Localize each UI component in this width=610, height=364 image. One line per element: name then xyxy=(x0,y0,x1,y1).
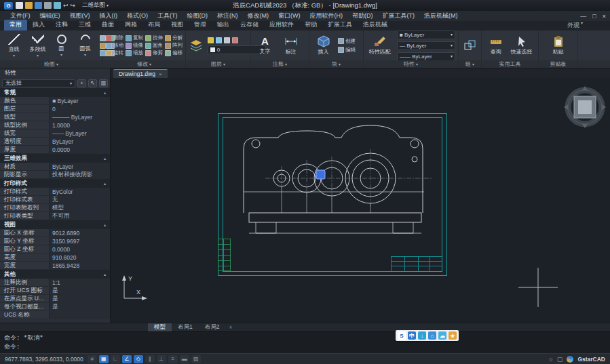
property-value[interactable]: 1.0000 xyxy=(49,121,110,129)
transparency-toggle[interactable]: ▨ xyxy=(191,355,201,363)
property-value[interactable]: 0 xyxy=(49,105,110,113)
palette-caption[interactable]: 特性 xyxy=(0,68,111,78)
document-tab[interactable]: Drawing1.dwg × xyxy=(113,69,168,78)
command-line[interactable]: 命令: *取消*命令: xyxy=(0,331,610,353)
collapse-icon[interactable]: ▴ xyxy=(104,156,106,161)
collapse-icon[interactable]: ▴ xyxy=(104,181,106,186)
panel-label-clipboard[interactable]: 剪贴板 xyxy=(539,60,577,68)
property-value[interactable]: 是 xyxy=(49,287,110,294)
layer-lock-icon[interactable] xyxy=(224,37,230,43)
ribbon-tab[interactable]: 扩展工具 xyxy=(322,20,358,31)
panel-label-modify[interactable]: 修改▾ xyxy=(103,60,185,68)
panel-label-group[interactable]: 组▾ xyxy=(459,60,481,68)
property-row[interactable]: 打印样式表 无 xyxy=(0,196,110,204)
property-row[interactable]: 线宽 —— ByLayer xyxy=(0,129,110,138)
modify-tool[interactable]: 旋转 xyxy=(106,49,123,56)
panel-label-annotate[interactable]: 注释▾ xyxy=(251,60,309,68)
text-tool-button[interactable]: A 文字 xyxy=(254,36,276,55)
property-row[interactable]: UCS 名称 xyxy=(0,311,110,319)
panel-label-layers[interactable]: 图层▾ xyxy=(186,60,250,68)
property-row[interactable]: 厚度 0.0000 xyxy=(0,146,110,154)
ribbon-tab[interactable]: 曲面 xyxy=(96,20,119,31)
collapse-icon[interactable]: ▴ xyxy=(104,272,106,277)
ribbon-tab[interactable]: 管理 xyxy=(189,20,212,31)
property-row[interactable]: 高度 910.6020 xyxy=(0,254,110,262)
modify-tool[interactable]: 圆角 xyxy=(145,42,163,49)
layer-color-icon[interactable] xyxy=(232,37,238,43)
property-row[interactable]: 线型 ——— ByLayer xyxy=(0,113,110,121)
property-value[interactable]: 3150.9697 xyxy=(49,237,110,245)
property-row[interactable]: 打开 UCS 图标 是 xyxy=(0,287,110,295)
coordinates-readout[interactable]: 9677.7893, 3295.6033, 0.0000 xyxy=(5,356,83,363)
section-header-misc[interactable]: 其他 ▴ xyxy=(0,270,110,279)
ribbon-tab[interactable]: 应用软件 xyxy=(264,20,299,31)
property-row[interactable]: 圆心 Z 坐标 0.0000 xyxy=(0,245,110,254)
ducs-toggle[interactable]: ⊥ xyxy=(157,355,166,363)
property-value[interactable] xyxy=(49,311,110,319)
plot-preview-icon[interactable] xyxy=(54,2,61,9)
property-value[interactable]: 模型 xyxy=(49,204,110,211)
modify-tool[interactable]: 阵列 xyxy=(165,42,183,49)
ribbon-tab[interactable]: 插入 xyxy=(27,20,50,31)
property-value[interactable]: 无 xyxy=(49,196,110,203)
property-row[interactable]: 宽度 1865.9428 xyxy=(0,262,110,270)
modify-tool[interactable]: 镜像 xyxy=(126,42,143,49)
modify-tool[interactable]: 复制 xyxy=(126,35,143,41)
property-value[interactable]: 1:1 xyxy=(49,279,110,286)
settings-icon[interactable]: ☼ xyxy=(548,356,554,363)
layout-tab[interactable]: 布局2 xyxy=(199,323,226,331)
collapse-icon[interactable]: ▴ xyxy=(104,222,106,227)
section-header-plotstyle[interactable]: 打印样式 ▴ xyxy=(0,179,110,188)
menu-item[interactable]: 浩辰机械(M) xyxy=(419,12,463,20)
modify-tool[interactable]: 拉伸 xyxy=(145,35,163,41)
section-header-general[interactable]: 常规 ▴ xyxy=(0,88,110,97)
drawing-canvas[interactable]: Y X xyxy=(111,78,610,323)
section-header-view[interactable]: 视图 ▴ xyxy=(0,220,110,229)
match-properties-button[interactable]: 特性匹配 xyxy=(366,35,394,56)
input-method-icon[interactable]: 中 xyxy=(408,331,416,340)
ribbon-big-button[interactable]: 圆 ▾ xyxy=(50,34,73,58)
property-row[interactable]: 在原点显示 U... 是 xyxy=(0,295,110,303)
property-value[interactable]: ■ ByLayer xyxy=(49,97,110,104)
osnap-toggle[interactable]: ◇ xyxy=(134,355,143,363)
open-file-icon[interactable] xyxy=(25,2,33,9)
dimension-tool-button[interactable]: 标注 xyxy=(280,35,302,56)
property-value[interactable]: —— ByLayer xyxy=(49,129,110,137)
ribbon-tab[interactable]: 浩辰机械 xyxy=(358,20,393,31)
favorites-icon[interactable]: ★ xyxy=(449,331,457,340)
property-combo[interactable]: — ByLayer ▾ xyxy=(397,41,455,50)
panel-label-properties[interactable]: 特性▾ xyxy=(364,60,458,68)
layer-properties-button[interactable] xyxy=(189,39,204,52)
ribbon-tab[interactable]: 输出 xyxy=(212,20,235,31)
ribbon-tab[interactable]: 网格 xyxy=(119,20,142,31)
property-value[interactable]: 1865.9428 xyxy=(49,262,110,269)
grid-toggle[interactable]: ▦ xyxy=(99,355,109,363)
ortho-toggle[interactable]: ∟ xyxy=(111,355,120,363)
insert-block-button[interactable]: 插入 xyxy=(312,35,335,56)
property-value[interactable]: 是 xyxy=(49,303,110,310)
layout-tab[interactable]: 布局1 xyxy=(172,323,199,331)
ribbon-tab[interactable]: 视图 xyxy=(166,20,189,31)
ribbon-tab[interactable]: 云存储 xyxy=(235,20,264,31)
dyn-toggle[interactable]: ≡ xyxy=(168,355,178,363)
property-value[interactable]: 不可用 xyxy=(49,212,110,220)
property-value[interactable]: ByLayer xyxy=(49,138,110,145)
property-row[interactable]: 透明度 ByLayer xyxy=(0,138,110,146)
block-tool[interactable]: 创建 xyxy=(338,38,356,45)
property-row[interactable]: 注释比例 1:1 xyxy=(0,279,110,287)
fullscreen-icon[interactable]: ▢ xyxy=(557,356,563,363)
home-icon[interactable]: ⌂ xyxy=(428,331,436,340)
layer-freeze-icon[interactable] xyxy=(216,37,222,43)
layout-tab[interactable]: 模型 xyxy=(148,323,172,331)
download-icon[interactable]: ↓ xyxy=(418,331,426,340)
workspace-switcher[interactable]: 二维草图 ▾ xyxy=(82,1,109,9)
panel-label-block[interactable]: 块▾ xyxy=(309,60,363,68)
close-icon[interactable]: × xyxy=(159,71,162,77)
property-value[interactable]: 0.0000 xyxy=(49,245,110,253)
modify-tool[interactable]: 偏移 xyxy=(165,49,183,56)
modify-tool[interactable]: 移动 xyxy=(106,42,123,49)
toggle-pickadd-icon[interactable]: + xyxy=(77,79,86,87)
ribbon-big-button[interactable]: 圆弧 ▾ xyxy=(74,34,96,58)
property-value[interactable]: 9012.6890 xyxy=(49,229,110,237)
property-row[interactable]: 材质 ByLayer xyxy=(0,163,110,171)
